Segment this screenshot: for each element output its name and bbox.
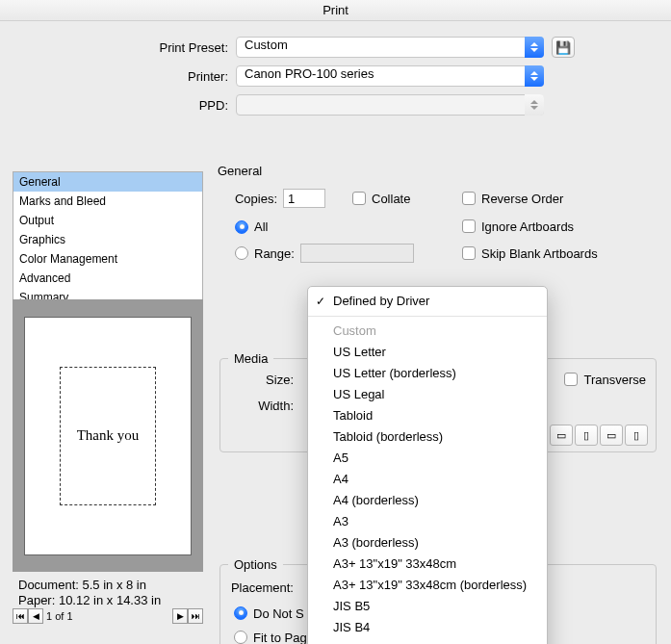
size-label: Size:	[220, 373, 299, 387]
size-option[interactable]: US Letter (borderless)	[308, 363, 547, 384]
ppd-label: PPD:	[0, 98, 236, 113]
range-label: Range:	[254, 246, 295, 261]
size-option[interactable]: A3 (borderless)	[308, 532, 547, 554]
media-legend: Media	[228, 351, 273, 366]
reverse-order-label: Reverse Order	[481, 192, 563, 206]
size-option[interactable]: A3+ 13"x19" 33x48cm (borderless)	[308, 575, 547, 596]
all-label: All	[254, 219, 268, 234]
sidebar-item-output[interactable]: Output	[13, 211, 202, 230]
copies-label: Copies:	[231, 192, 283, 206]
preview-page: Thank you	[24, 317, 192, 555]
size-option[interactable]: A3+ 13"x19" 33x48cm	[308, 554, 547, 575]
size-option[interactable]: Tabloid (borderless)	[308, 426, 547, 448]
width-label: Width:	[220, 399, 299, 413]
preview-artboard: Thank you	[60, 367, 156, 505]
orient-icon-3[interactable]: ▭	[600, 425, 623, 446]
transverse-label: Transverse	[583, 373, 646, 387]
placement-label: Placement:	[220, 580, 299, 595]
preview-artwork-text: Thank you	[77, 427, 140, 444]
all-radio[interactable]	[235, 220, 248, 234]
printer-label: Printer:	[0, 69, 236, 84]
fit-to-page-radio[interactable]	[234, 631, 247, 644]
transverse-checkbox[interactable]	[564, 373, 578, 386]
copies-input[interactable]	[283, 189, 325, 208]
size-option[interactable]: A5	[308, 448, 547, 469]
doc-size-label: Document: 5.5 in x 8 in	[18, 578, 197, 593]
size-option[interactable]: JIS B5	[308, 596, 547, 617]
do-not-scale-radio[interactable]	[234, 606, 247, 620]
reverse-order-checkbox[interactable]	[462, 192, 476, 205]
orient-icon-1[interactable]: ▭	[550, 425, 573, 446]
range-radio[interactable]	[235, 246, 248, 260]
print-preview: Thank you	[13, 299, 203, 572]
skip-blank-label: Skip Blank Artboards	[481, 246, 598, 261]
skip-blank-checkbox[interactable]	[462, 246, 476, 260]
size-option[interactable]: US Legal	[308, 384, 547, 405]
ppd-select	[236, 94, 544, 116]
do-not-scale-label: Do Not S	[253, 606, 304, 621]
size-option[interactable]: A4 (borderless)	[308, 490, 547, 511]
preview-pager[interactable]: ⏮ ◀ 1 of 1 ▶ ⏭	[13, 608, 203, 624]
pager-page-label: 1 of 1	[43, 610, 76, 622]
pager-first[interactable]: ⏮	[13, 608, 28, 624]
settings-sidebar[interactable]: General Marks and Bleed Output Graphics …	[13, 171, 203, 308]
orient-icon-2[interactable]: ▯	[575, 425, 598, 446]
size-option[interactable]: A4	[308, 469, 547, 490]
size-option[interactable]: Tabloid	[308, 405, 547, 426]
printer-select[interactable]: Canon PRO-100 series	[236, 65, 544, 87]
size-option[interactable]: A3	[308, 511, 547, 532]
print-preset-select[interactable]: Custom	[236, 37, 544, 58]
sidebar-item-marks[interactable]: Marks and Bleed	[13, 192, 202, 211]
sidebar-item-graphics[interactable]: Graphics	[13, 230, 202, 249]
range-input	[300, 244, 414, 263]
fit-to-page-label: Fit to Pag	[253, 631, 307, 644]
sidebar-item-general[interactable]: General	[13, 172, 202, 192]
save-preset-button[interactable]: 💾	[552, 37, 575, 58]
size-option[interactable]: 4 x 6	[308, 638, 547, 644]
window-title: Print	[0, 0, 671, 21]
ignore-artboards-checkbox[interactable]	[462, 219, 476, 233]
ignore-artboards-label: Ignore Artboards	[481, 219, 574, 234]
save-icon: 💾	[555, 40, 571, 55]
pager-next[interactable]: ▶	[172, 608, 188, 624]
options-legend: Options	[228, 557, 283, 572]
paper-size-label: Paper: 10.12 in x 14.33 in	[18, 593, 197, 608]
size-option: Custom	[308, 321, 547, 342]
sidebar-item-advanced[interactable]: Advanced	[13, 269, 202, 288]
collate-label: Collate	[372, 192, 410, 206]
size-option[interactable]: JIS B4	[308, 617, 547, 638]
collate-checkbox[interactable]	[352, 192, 366, 205]
size-option[interactable]: Defined by Driver	[308, 291, 547, 312]
print-preset-label: Print Preset:	[0, 40, 236, 55]
sidebar-item-color[interactable]: Color Management	[13, 249, 202, 269]
size-option[interactable]: US Letter	[308, 342, 547, 363]
orient-icon-4[interactable]: ▯	[625, 425, 648, 446]
pager-last[interactable]: ⏭	[188, 608, 203, 624]
media-size-dropdown[interactable]: Defined by DriverCustomUS LetterUS Lette…	[307, 286, 548, 644]
general-section-title: General	[218, 164, 262, 178]
pager-prev[interactable]: ◀	[28, 608, 43, 624]
